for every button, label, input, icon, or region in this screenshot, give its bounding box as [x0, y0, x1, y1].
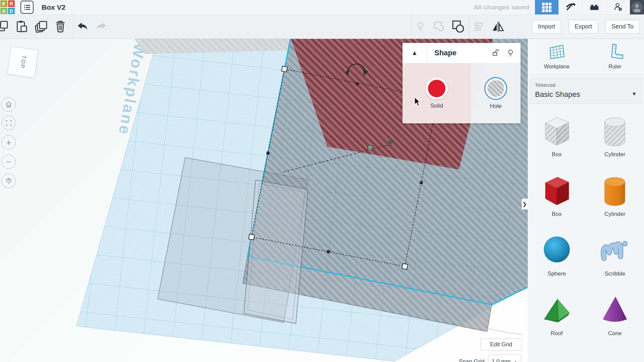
brick-export-button[interactable]	[582, 0, 606, 14]
solid-option-label: Solid	[430, 103, 443, 109]
redo-icon	[95, 20, 108, 33]
toolbar-divider	[411, 14, 412, 39]
collapse-inspector-button[interactable]: ▲	[402, 43, 427, 63]
trash-icon	[54, 20, 67, 33]
triangle-up-icon: ▲	[412, 49, 418, 57]
design-properties-button[interactable]	[20, 1, 34, 14]
io-toolbar: Import Export Send To	[528, 14, 644, 39]
redo-button[interactable]	[95, 19, 108, 34]
hole-option-label: Hole	[490, 103, 502, 110]
lightbulb-icon[interactable]	[506, 49, 515, 57]
hole-option[interactable]: Hole	[471, 63, 521, 123]
unlock-icon[interactable]	[492, 49, 500, 57]
cylinder-orange-icon	[598, 173, 632, 208]
align-icon	[473, 20, 485, 33]
ruler-tool-button[interactable]: Ruler	[586, 39, 644, 74]
view-cube[interactable]: TOP	[7, 46, 39, 78]
blocks-view-button[interactable]	[535, 0, 558, 14]
logo-tile: D	[8, 8, 15, 14]
shape-inspector-panel: ▲ Shape Soli	[402, 43, 521, 123]
tinkercad-logo[interactable]: E R A D	[0, 0, 15, 14]
snap-grid-value: 1.0 mm	[492, 358, 511, 362]
shape-panel-title: Shape	[434, 49, 457, 57]
chevron-down-icon: ▼	[632, 91, 637, 97]
copy-button[interactable]	[0, 19, 9, 34]
group-button[interactable]	[432, 19, 446, 34]
roof-icon	[540, 293, 574, 327]
shape-label: Box	[552, 151, 561, 158]
shape-label: Scribble	[605, 270, 625, 277]
duplicate-button[interactable]	[35, 19, 48, 34]
shape-item-cylinder-hole[interactable]: Cylinder	[598, 114, 632, 158]
viewport-3d[interactable]: Workplane	[0, 39, 528, 362]
pickaxe-icon	[565, 2, 576, 13]
solid-option[interactable]: Solid	[402, 63, 471, 123]
perspective-toggle-button[interactable]	[1, 174, 16, 188]
shape-panel-header: ▲ Shape	[402, 43, 521, 63]
send-to-button[interactable]: Send To	[605, 20, 640, 34]
ruler-tool-label: Ruler	[608, 64, 621, 70]
tinkercad-app: E R A D Box V2 All changes saved	[0, 0, 644, 362]
zoom-in-button[interactable]: +	[1, 135, 16, 149]
import-button[interactable]: Import	[532, 20, 561, 34]
workplane-tool-label: Workplane	[544, 64, 570, 70]
paste-icon	[15, 20, 28, 33]
export-button[interactable]: Export	[569, 20, 598, 34]
shape-item-box-hole[interactable]: Box	[540, 114, 574, 158]
hole-swatch-icon	[484, 77, 507, 100]
snap-grid-control: Snap Grid 1.0 mm ▲	[459, 355, 521, 362]
box-red-icon	[540, 173, 574, 208]
top-bar: E R A D Box V2 All changes saved	[0, 0, 644, 15]
collapse-panel-tab[interactable]: ❯	[522, 199, 528, 209]
toolbar-divider	[469, 14, 470, 39]
shape-item-sphere[interactable]: Sphere	[540, 233, 574, 277]
shape-label: Cylinder	[604, 151, 625, 158]
shape-item-cylinder-orange[interactable]: Cylinder	[598, 173, 632, 218]
duplicate-icon	[35, 19, 48, 34]
edit-grid-button[interactable]: Edit Grid	[480, 339, 522, 351]
arrange-toolbar	[411, 14, 504, 39]
triangle-up-icon: ▲	[514, 360, 517, 362]
height-dot-handle[interactable]	[388, 140, 392, 145]
zoom-out-button[interactable]: −	[1, 155, 16, 169]
paste-button[interactable]	[15, 19, 28, 34]
ungroup-button[interactable]	[451, 19, 465, 34]
home-view-button[interactable]	[1, 97, 16, 112]
add-person-icon	[612, 2, 624, 13]
account-menu[interactable]	[630, 0, 644, 14]
shape-item-cone[interactable]: Cone	[598, 293, 632, 337]
height-handle[interactable]	[368, 145, 373, 150]
fit-view-button[interactable]	[1, 116, 16, 130]
snap-grid-select[interactable]: 1.0 mm ▲	[488, 355, 521, 362]
list-icon	[23, 4, 31, 11]
invite-collaborator-button[interactable]	[606, 0, 630, 14]
shape-category-select[interactable]: Tinkercad Basic Shapes ▼	[529, 78, 642, 104]
fit-view-icon	[5, 120, 12, 126]
shape-item-scribble[interactable]: Scribble	[598, 233, 632, 277]
sphere-icon	[540, 233, 574, 268]
library-name: Tinkercad	[535, 82, 637, 88]
solid-swatch-icon	[426, 77, 448, 100]
align-button[interactable]	[472, 19, 486, 34]
shape-item-box-red[interactable]: Box	[540, 173, 574, 218]
ungroup-icon	[451, 20, 465, 33]
show-all-button[interactable]	[414, 19, 427, 34]
shape-gallery: Box Cylinder Box	[528, 114, 644, 337]
cylinder-hole-icon	[598, 114, 632, 148]
shape-label: Roof	[551, 330, 563, 337]
design-title[interactable]: Box V2	[42, 3, 65, 11]
chevron-right-icon: ❯	[523, 201, 527, 207]
delete-button[interactable]	[54, 19, 67, 34]
shapes-sidebar: Workplane Ruler Tinkercad Basic Shapes ▼	[528, 39, 644, 362]
minecraft-export-button[interactable]	[558, 0, 582, 14]
shape-item-roof[interactable]: Roof	[540, 293, 574, 337]
view-cube-face-label: TOP	[18, 55, 27, 69]
shape-label: Cylinder	[604, 211, 625, 218]
mirror-button[interactable]	[491, 19, 504, 34]
category-value: Basic Shapes	[535, 90, 637, 99]
scribble-icon	[598, 233, 632, 268]
undo-button[interactable]	[75, 19, 89, 34]
save-status: All changes saved	[474, 4, 529, 11]
workplane-tool-button[interactable]: Workplane	[528, 39, 586, 74]
shape-label: Box	[552, 211, 561, 218]
